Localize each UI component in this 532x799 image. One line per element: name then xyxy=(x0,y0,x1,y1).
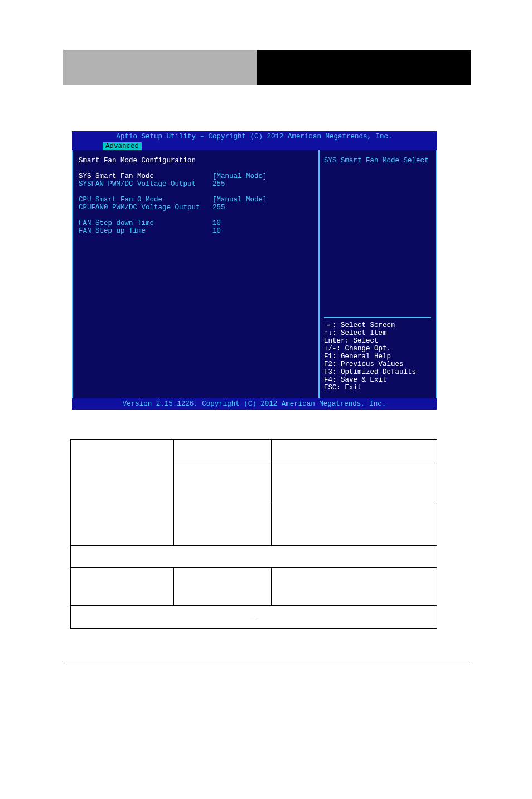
cell xyxy=(174,463,272,504)
bios-help-pane: SYS Smart Fan Mode Select →←: Select Scr… xyxy=(318,150,436,398)
value: 255 xyxy=(212,204,225,211)
value: [Manual Mode] xyxy=(212,172,267,180)
help-title: SYS Smart Fan Mode Select xyxy=(324,157,431,165)
cell xyxy=(174,440,272,463)
cell xyxy=(272,504,437,546)
key-line: +/-: Change Opt. xyxy=(324,345,431,353)
cell xyxy=(272,440,437,463)
row-cpufan0-output[interactable]: CPUFAN0 PWM/DC Voltage Output 255 xyxy=(79,204,313,211)
row-sysfan-output[interactable]: SYSFAN PWM/DC Voltage Output 255 xyxy=(79,180,313,188)
cell xyxy=(71,546,437,568)
cell xyxy=(71,440,174,546)
bios-screenshot: Aptio Setup Utility – Copyright (C) 2012… xyxy=(72,131,437,410)
bios-footer: Version 2.15.1226. Copyright (C) 2012 Am… xyxy=(72,398,437,410)
table-row-continued: — xyxy=(71,606,437,629)
footer-rule xyxy=(63,663,471,663)
bios-body: Smart Fan Mode Configuration SYS Smart F… xyxy=(72,150,437,398)
cell xyxy=(174,504,272,546)
row-fan-step-up[interactable]: FAN Step up Time 10 xyxy=(79,227,313,235)
label: CPUFAN0 PWM/DC Voltage Output xyxy=(79,204,212,211)
label: FAN Step up Time xyxy=(79,227,212,235)
cell: — xyxy=(71,606,437,629)
row-fan-step-down[interactable]: FAN Step down Time 10 xyxy=(79,219,313,227)
bios-left-pane: Smart Fan Mode Configuration SYS Smart F… xyxy=(73,150,318,398)
key-line: F1: General Help xyxy=(324,353,431,360)
row-cpu-smart-fan-0-mode[interactable]: CPU Smart Fan 0 Mode [Manual Mode] xyxy=(79,196,313,204)
cell xyxy=(272,568,437,606)
label: FAN Step down Time xyxy=(79,219,212,227)
label: SYSFAN PWM/DC Voltage Output xyxy=(79,180,212,188)
cell xyxy=(174,568,272,606)
table-row xyxy=(71,546,437,568)
header-black-block xyxy=(257,50,471,85)
settings-table: — xyxy=(70,439,437,629)
value: 10 xyxy=(212,219,221,227)
header-gray-block xyxy=(63,50,257,85)
label: SYS Smart Fan Mode xyxy=(79,172,212,180)
label: CPU Smart Fan 0 Mode xyxy=(79,196,212,204)
key-line: ↑↓: Select Item xyxy=(324,329,431,337)
row-sys-smart-fan-mode[interactable]: SYS Smart Fan Mode [Manual Mode] xyxy=(79,172,313,180)
section-title: Smart Fan Mode Configuration xyxy=(79,157,313,165)
key-line: F4: Save & Exit xyxy=(324,376,431,384)
cell xyxy=(71,568,174,606)
key-help: →←: Select Screen ↑↓: Select Item Enter:… xyxy=(324,235,431,392)
key-line: F2: Previous Values xyxy=(324,360,431,368)
tab-advanced[interactable]: Advanced xyxy=(103,142,142,150)
cell xyxy=(272,463,437,504)
key-line: ESC: Exit xyxy=(324,384,431,392)
table-row xyxy=(71,568,437,606)
key-line: Enter: Select xyxy=(324,337,431,345)
value: [Manual Mode] xyxy=(212,196,267,204)
bios-tab-bar: Advanced xyxy=(72,142,437,150)
key-line: F3: Optimized Defaults xyxy=(324,368,431,376)
value: 255 xyxy=(212,180,225,188)
value: 10 xyxy=(212,227,221,235)
bios-header: Aptio Setup Utility – Copyright (C) 2012… xyxy=(72,131,437,142)
key-line: →←: Select Screen xyxy=(324,321,431,329)
table-row xyxy=(71,440,437,463)
